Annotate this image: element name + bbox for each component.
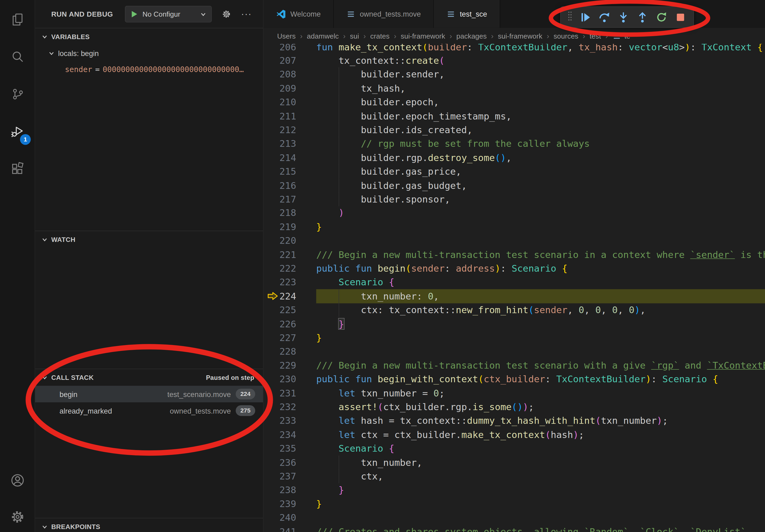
continue-button[interactable] xyxy=(579,10,591,24)
line-number[interactable]: 221 xyxy=(264,247,316,262)
code-line-text: public fun begin(sender: address): Scena… xyxy=(316,261,567,276)
search-icon xyxy=(10,50,25,65)
step-out-button[interactable] xyxy=(636,10,649,24)
breadcrumb-item-users[interactable]: Users xyxy=(277,32,296,40)
breadcrumb-file[interactable]: te xyxy=(612,31,630,40)
line-number[interactable]: 219 xyxy=(264,220,316,234)
line-number[interactable]: 220 xyxy=(264,234,316,248)
code-line-239: 239} xyxy=(264,497,765,511)
views-more-actions-button[interactable]: ··· xyxy=(239,7,254,21)
call-stack-section: CALL STACK Paused on step begintest_scen… xyxy=(35,369,263,419)
line-number[interactable]: 207 xyxy=(264,54,316,68)
line-number[interactable]: 222 xyxy=(264,261,316,276)
line-number[interactable]: 215 xyxy=(264,164,316,179)
breadcrumb-item-crates[interactable]: crates xyxy=(370,32,389,40)
code-line-text: ctx: tx_context::new_from_hint(sender, 0… xyxy=(316,303,646,317)
breadcrumb-item-sources[interactable]: sources xyxy=(553,32,578,40)
code-line-text: builder.sponsor, xyxy=(316,192,450,206)
activity-explorer-button[interactable] xyxy=(0,7,35,32)
code-line-text: txn_number: 0, xyxy=(316,289,439,303)
activity-search-button[interactable] xyxy=(0,45,35,70)
activity-extensions-button[interactable] xyxy=(0,156,35,182)
code-line-241: 241/// Creates and shares system objects… xyxy=(264,524,765,532)
line-number[interactable]: 210 xyxy=(264,95,316,109)
breakpoints-section: BREAKPOINTS xyxy=(35,518,263,532)
line-number[interactable]: 239 xyxy=(264,497,316,511)
line-number[interactable]: 228 xyxy=(264,345,316,359)
chevron-down-icon xyxy=(42,34,48,40)
call-stack-frame-begin[interactable]: begintest_scenario.move224 xyxy=(35,386,263,402)
call-stack-section-header[interactable]: CALL STACK Paused on step xyxy=(35,369,263,386)
step-into-button[interactable] xyxy=(617,10,630,24)
activity-source-control-button[interactable] xyxy=(0,82,35,107)
line-number[interactable]: 208 xyxy=(264,68,316,82)
code-line-text: Scenario { xyxy=(316,441,394,456)
code-line-text: ) xyxy=(316,206,344,220)
activity-settings-button[interactable] xyxy=(0,504,35,530)
breadcrumb-item-sui-framework[interactable]: sui-framework xyxy=(498,32,542,40)
line-number[interactable]: 230 xyxy=(264,372,316,386)
line-number[interactable]: 241 xyxy=(264,524,316,532)
debug-config-dropdown[interactable]: No Configur xyxy=(125,6,212,23)
line-number[interactable]: 238 xyxy=(264,483,316,497)
line-number[interactable]: 227 xyxy=(264,331,316,345)
variables-section-header[interactable]: VARIABLES xyxy=(35,28,263,45)
line-number[interactable]: 216 xyxy=(264,178,316,193)
breadcrumb-item-adamwelc[interactable]: adamwelc xyxy=(307,32,339,40)
variable-row-sender[interactable]: sender=000000000000000000000000000000… xyxy=(35,61,263,78)
code-line-234: 234 let ctx = ctx_builder.make_tx_contex… xyxy=(264,427,765,442)
breadcrumb-item-packages[interactable]: packages xyxy=(456,32,487,40)
code-line-230: 230public fun begin_with_context(ctx_bui… xyxy=(264,372,765,386)
line-number[interactable]: 217 xyxy=(264,192,316,206)
debug-settings-button[interactable] xyxy=(219,7,234,21)
code-line-text: /// Creates and shares system objects, a… xyxy=(316,524,746,532)
code-editor[interactable]: 206fun make_tx_context(builder: TxContex… xyxy=(264,44,765,532)
line-number[interactable]: 223 xyxy=(264,275,316,289)
line-number[interactable]: 231 xyxy=(264,386,316,400)
variables-scope-row[interactable]: locals: begin xyxy=(35,45,263,61)
call-stack-frame-already-marked[interactable]: already_markedowned_tests.move275 xyxy=(35,402,263,419)
breakpoints-section-header[interactable]: BREAKPOINTS xyxy=(35,518,263,532)
line-number[interactable]: 214 xyxy=(264,150,316,165)
line-number[interactable]: 237 xyxy=(264,469,316,483)
line-number[interactable]: 211 xyxy=(264,109,316,123)
line-number[interactable]: 218 xyxy=(264,206,316,220)
line-number[interactable]: 235 xyxy=(264,441,316,456)
restart-button[interactable] xyxy=(655,10,668,24)
line-number[interactable]: 225 xyxy=(264,303,316,317)
line-number[interactable]: 224 xyxy=(264,289,316,303)
breadcrumb-item-sui[interactable]: sui xyxy=(350,32,359,40)
code-line-text: let txn_number = 0; xyxy=(316,386,445,400)
breadcrumb-separator: › xyxy=(300,32,302,40)
tab-owned-tests-move[interactable]: owned_tests.move xyxy=(334,0,434,28)
line-number[interactable]: 213 xyxy=(264,136,316,151)
line-number[interactable]: 236 xyxy=(264,455,316,470)
call-stack-section-label: CALL STACK xyxy=(51,374,94,381)
toolbar-drag-handle[interactable] xyxy=(567,10,572,24)
line-number[interactable]: 212 xyxy=(264,123,316,137)
breadcrumb-item-test[interactable]: test xyxy=(589,32,601,40)
activity-run-and-debug-button[interactable]: 1 xyxy=(0,119,35,144)
line-number[interactable]: 206 xyxy=(264,44,316,54)
start-debug-icon xyxy=(130,10,138,18)
activity-account-button[interactable] xyxy=(0,468,35,493)
code-line-215: 215 builder.gas_price, xyxy=(264,164,765,179)
line-number[interactable]: 229 xyxy=(264,359,316,373)
line-number[interactable]: 240 xyxy=(264,511,316,525)
step-over-button[interactable] xyxy=(598,10,611,24)
line-number[interactable]: 232 xyxy=(264,400,316,414)
tab-test-sce[interactable]: test_sce xyxy=(434,0,500,28)
line-number[interactable]: 234 xyxy=(264,427,316,442)
line-number[interactable]: 226 xyxy=(264,317,316,331)
breadcrumb-separator: › xyxy=(605,32,608,40)
stop-button[interactable] xyxy=(674,10,687,24)
watch-section-header[interactable]: WATCH xyxy=(35,231,263,248)
code-line-211: 211 builder.epoch_timestamp_ms, xyxy=(264,109,765,123)
breadcrumb-item-sui-framework[interactable]: sui-framework xyxy=(401,32,445,40)
line-number[interactable]: 209 xyxy=(264,82,316,96)
line-number[interactable]: 233 xyxy=(264,413,316,428)
code-line-text: builder.epoch_timestamp_ms, xyxy=(316,109,512,123)
tab-welcome[interactable]: Welcome xyxy=(264,0,334,28)
code-line-233: 233 let hash = tx_context::dummy_tx_hash… xyxy=(264,413,765,428)
frame-file: owned_tests.move xyxy=(170,406,231,415)
